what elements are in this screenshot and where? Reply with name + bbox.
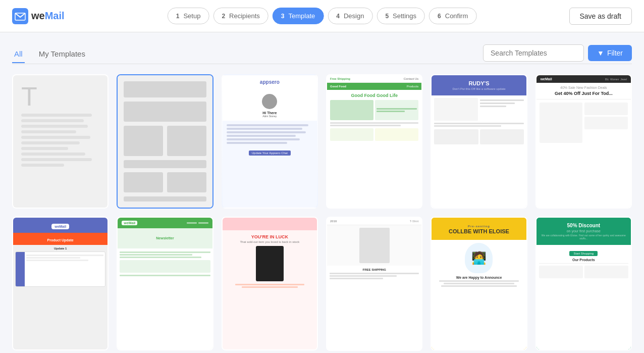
- tabs-row: All My Templates ▼ Filter: [12, 44, 632, 64]
- header: weMail 1 Setup 2 Recipients 3 Template 4…: [0, 0, 644, 32]
- blank-t-letter: T: [21, 83, 37, 110]
- main-content: All My Templates ▼ Filter T: [0, 32, 644, 353]
- svg-rect-0: [12, 8, 28, 24]
- search-filter-bar: ▼ Filter: [483, 44, 632, 62]
- template-card-wemail-sale[interactable]: weMail Blc Women Jewel 40% Sale New Fash…: [535, 74, 632, 209]
- filter-button[interactable]: ▼ Filter: [588, 45, 632, 61]
- wemail-logo-icon: [12, 8, 28, 24]
- template-card-tshirt[interactable]: 2016 T-Shirt FREE SHIPPING: [326, 217, 422, 351]
- logo-text: weMail: [31, 10, 65, 22]
- template-card-appsero[interactable]: appsero Hi There Atiim Stoney Update You…: [222, 74, 318, 209]
- template-card-wemail-green[interactable]: weMail Newsletter: [117, 217, 213, 351]
- template-card-blank[interactable]: T: [12, 74, 109, 209]
- search-input[interactable]: [483, 44, 584, 62]
- template-card-rudys[interactable]: RUDY'S Don't Put this Off like a softwar…: [431, 74, 527, 209]
- tab-my-templates[interactable]: My Templates: [37, 45, 87, 63]
- template-card-luck[interactable]: YOU'RE IN LUCK That sold-out item you lo…: [222, 217, 318, 351]
- template-card-product-update[interactable]: weMail Product Update Update 1: [12, 217, 109, 351]
- template-card-discount[interactable]: 50% Discount on your first purchase We a…: [535, 217, 632, 351]
- appsero-header: appsero: [223, 75, 317, 89]
- step-1[interactable]: 1 Setup: [168, 8, 209, 24]
- stepper: 1 Setup 2 Recipients 3 Template 4 Design…: [166, 8, 479, 24]
- template-card-food[interactable]: Free Shipping Contact Us Good Food Produ…: [326, 74, 422, 209]
- tabs: All My Templates: [12, 45, 99, 63]
- step-6[interactable]: 6 Confirm: [429, 8, 476, 24]
- step-2[interactable]: 2 Recipients: [213, 8, 268, 24]
- step-3[interactable]: 3 Template: [273, 8, 324, 24]
- filter-icon: ▼: [597, 49, 604, 57]
- template-card-layout[interactable]: [117, 74, 213, 209]
- logo: weMail: [12, 8, 73, 24]
- blank-lines: [21, 114, 99, 167]
- tab-all[interactable]: All: [12, 45, 25, 63]
- save-draft-button[interactable]: Save as draft: [569, 8, 632, 25]
- step-4[interactable]: 4 Design: [328, 8, 372, 24]
- templates-grid-row2: weMail Product Update Update 1: [12, 217, 632, 351]
- templates-grid-row1: T: [12, 74, 632, 209]
- step-5[interactable]: 5 Settings: [377, 8, 425, 24]
- template-card-collbe[interactable]: Pre-senting COLLBE WITH ELOISE 🧑‍💻 We ar…: [431, 217, 527, 351]
